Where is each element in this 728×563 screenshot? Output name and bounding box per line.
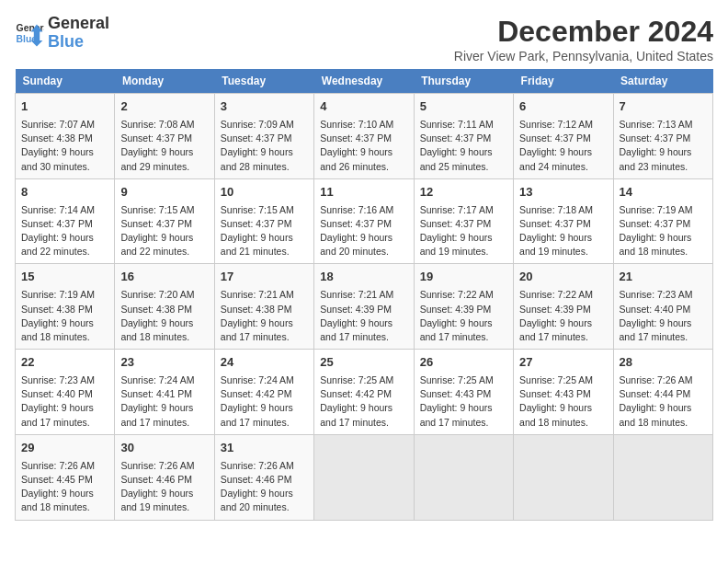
day-info: and 17 minutes. [221, 330, 308, 344]
day-number: 27 [519, 354, 607, 372]
day-info: and 18 minutes. [120, 330, 208, 344]
calendar-week-row: 1Sunrise: 7:07 AMSunset: 4:38 PMDaylight… [16, 94, 713, 179]
day-info: Sunset: 4:38 PM [21, 303, 108, 316]
day-info: and 19 minutes. [120, 500, 208, 514]
day-info: and 28 minutes. [221, 160, 308, 174]
day-number: 22 [21, 354, 108, 372]
calendar-cell: 24Sunrise: 7:24 AMSunset: 4:42 PMDayligh… [214, 350, 313, 435]
day-info: and 23 minutes. [620, 160, 707, 174]
day-info: Sunrise: 7:15 AM [120, 203, 208, 217]
day-number: 14 [620, 184, 707, 201]
calendar-cell: 12Sunrise: 7:17 AMSunset: 4:37 PMDayligh… [414, 178, 513, 264]
day-info: Daylight: 9 hours [221, 487, 308, 500]
day-info: Sunrise: 7:18 AM [519, 203, 607, 217]
day-info: Sunset: 4:37 PM [620, 132, 707, 145]
calendar-cell: 8Sunrise: 7:14 AMSunset: 4:37 PMDaylight… [16, 178, 115, 264]
day-info: and 17 minutes. [320, 416, 407, 430]
day-number: 5 [420, 98, 507, 116]
day-info: and 18 minutes. [21, 500, 108, 514]
day-info: Sunset: 4:37 PM [221, 217, 308, 231]
day-info: and 25 minutes. [420, 160, 507, 174]
day-info: Daylight: 9 hours [320, 316, 407, 330]
day-info: and 17 minutes. [519, 330, 607, 344]
day-info: Sunrise: 7:26 AM [221, 459, 308, 473]
calendar-cell: 17Sunrise: 7:21 AMSunset: 4:38 PMDayligh… [214, 264, 313, 350]
day-info: Daylight: 9 hours [620, 316, 707, 330]
day-info: Daylight: 9 hours [519, 231, 607, 245]
day-info: Sunset: 4:37 PM [320, 132, 407, 145]
day-info: and 22 minutes. [21, 245, 108, 259]
day-info: Sunrise: 7:25 AM [519, 373, 607, 387]
calendar-cell: 23Sunrise: 7:24 AMSunset: 4:41 PMDayligh… [115, 350, 214, 435]
calendar-cell: 10Sunrise: 7:15 AMSunset: 4:37 PMDayligh… [214, 178, 313, 264]
calendar-cell: 27Sunrise: 7:25 AMSunset: 4:43 PMDayligh… [514, 350, 613, 435]
day-info: Sunset: 4:39 PM [320, 303, 407, 316]
calendar-body: 1Sunrise: 7:07 AMSunset: 4:38 PMDaylight… [16, 94, 713, 521]
day-number: 28 [620, 354, 707, 372]
day-info: Daylight: 9 hours [21, 145, 108, 159]
day-number: 24 [221, 354, 308, 372]
day-info: Sunset: 4:41 PM [120, 387, 208, 401]
day-info: Sunrise: 7:25 AM [420, 373, 507, 387]
day-number: 19 [420, 269, 507, 286]
day-info: Sunrise: 7:10 AM [320, 118, 407, 132]
day-info: Sunrise: 7:19 AM [620, 203, 707, 217]
day-header-thursday: Thursday [414, 69, 513, 94]
day-info: Daylight: 9 hours [221, 231, 308, 245]
day-number: 30 [120, 440, 208, 457]
day-info: and 17 minutes. [21, 416, 108, 430]
day-info: Sunrise: 7:17 AM [420, 203, 507, 217]
day-info: Sunrise: 7:12 AM [519, 118, 607, 132]
day-info: Sunset: 4:42 PM [221, 387, 308, 401]
calendar-week-row: 8Sunrise: 7:14 AMSunset: 4:37 PMDaylight… [16, 178, 713, 264]
calendar-table: SundayMondayTuesdayWednesdayThursdayFrid… [15, 69, 713, 521]
day-number: 29 [21, 440, 108, 457]
day-info: Daylight: 9 hours [420, 145, 507, 159]
day-info: Daylight: 9 hours [320, 401, 407, 415]
day-number: 2 [120, 98, 208, 116]
day-info: and 30 minutes. [21, 160, 108, 174]
day-info: Sunset: 4:43 PM [519, 387, 607, 401]
day-info: and 26 minutes. [320, 160, 407, 174]
day-info: Sunrise: 7:19 AM [21, 288, 108, 302]
day-info: Daylight: 9 hours [21, 231, 108, 245]
day-header-friday: Friday [514, 69, 613, 94]
day-info: Daylight: 9 hours [420, 401, 507, 415]
day-info: Sunset: 4:37 PM [320, 217, 407, 231]
calendar-cell: 9Sunrise: 7:15 AMSunset: 4:37 PMDaylight… [115, 178, 214, 264]
calendar-cell: 2Sunrise: 7:08 AMSunset: 4:37 PMDaylight… [115, 94, 214, 179]
day-info: Sunset: 4:45 PM [21, 473, 108, 487]
title-area: December 2024 River View Park, Pennsylva… [454, 15, 713, 63]
day-info: Sunset: 4:37 PM [21, 217, 108, 231]
day-info: Sunset: 4:46 PM [120, 473, 208, 487]
day-info: Daylight: 9 hours [320, 231, 407, 245]
calendar-cell: 5Sunrise: 7:11 AMSunset: 4:37 PMDaylight… [414, 94, 513, 179]
calendar-cell: 26Sunrise: 7:25 AMSunset: 4:43 PMDayligh… [414, 350, 513, 435]
calendar-cell: 7Sunrise: 7:13 AMSunset: 4:37 PMDaylight… [613, 94, 712, 179]
day-header-monday: Monday [115, 69, 214, 94]
day-info: Sunrise: 7:22 AM [420, 288, 507, 302]
day-info: Daylight: 9 hours [21, 487, 108, 500]
day-info: and 29 minutes. [120, 160, 208, 174]
calendar-cell: 29Sunrise: 7:26 AMSunset: 4:45 PMDayligh… [16, 434, 115, 520]
day-info: Sunset: 4:38 PM [21, 132, 108, 145]
day-info: and 17 minutes. [620, 330, 707, 344]
day-info: Sunset: 4:43 PM [420, 387, 507, 401]
day-info: Sunrise: 7:24 AM [221, 373, 308, 387]
day-info: Sunrise: 7:13 AM [620, 118, 707, 132]
day-info: Sunset: 4:46 PM [221, 473, 308, 487]
day-info: and 18 minutes. [21, 330, 108, 344]
day-number: 3 [221, 98, 308, 116]
day-info: Sunrise: 7:09 AM [221, 118, 308, 132]
month-title: December 2024 [454, 15, 713, 49]
logo-icon: General Blue [15, 18, 44, 48]
day-info: Sunset: 4:42 PM [320, 387, 407, 401]
day-info: Sunset: 4:37 PM [221, 132, 308, 145]
day-info: and 18 minutes. [620, 416, 707, 430]
day-number: 20 [519, 269, 607, 286]
day-number: 18 [320, 269, 407, 286]
day-info: and 17 minutes. [420, 416, 507, 430]
calendar-cell: 16Sunrise: 7:20 AMSunset: 4:38 PMDayligh… [115, 264, 214, 350]
day-info: Sunrise: 7:14 AM [21, 203, 108, 217]
day-info: Sunrise: 7:26 AM [21, 459, 108, 473]
